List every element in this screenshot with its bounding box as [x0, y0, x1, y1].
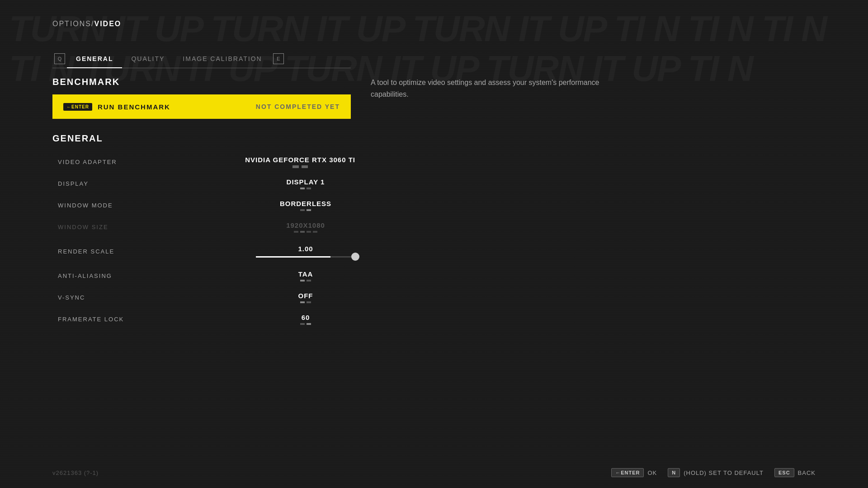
dot-1 [300, 188, 305, 189]
slider-thumb[interactable] [351, 253, 359, 261]
dot-vs-1 [300, 301, 305, 303]
setting-row-window-size: WINDOW SIZE 868x488 [52, 216, 355, 238]
setting-value-window-size: 868x488 [256, 221, 355, 233]
setting-value-vsync: OFF [256, 292, 355, 303]
setting-label-render-scale: RENDER SCALE [52, 248, 114, 255]
esc-key-badge: Esc [774, 468, 794, 477]
breadcrumb-current: VIDEO [94, 20, 121, 28]
dot-ws-1 [294, 231, 298, 233]
arrow-right-icon [302, 165, 308, 168]
window-mode-value: BORDERLESS [256, 200, 355, 207]
back-label: BACK [798, 469, 816, 476]
slider-track[interactable] [256, 256, 355, 258]
anti-aliasing-value: TAA [256, 270, 355, 278]
setting-row-window-mode[interactable]: WINDOW MODE BORDERLESS [52, 194, 355, 216]
setting-row-framerate-lock[interactable]: FRAMERATE LOCK 60 [52, 308, 355, 330]
right-panel: A tool to optimize video settings and as… [371, 77, 633, 100]
dot-fl-2 [307, 323, 311, 325]
bottom-bar: v2621363 (?-1) ←Enter OK N (HOLD) SET TO… [52, 468, 816, 477]
default-label: (HOLD) SET TO DEFAULT [684, 469, 764, 476]
general-section: GENERAL VIDEO ADAPTER NVIDIA GeForce RTX… [52, 133, 355, 330]
dot-ws-2 [300, 231, 305, 233]
dot-fl-1 [300, 323, 305, 325]
description-text: A tool to optimize video settings and as… [371, 77, 633, 100]
setting-label-framerate-lock: FRAMERATE LOCK [52, 316, 124, 323]
benchmark-section-header: BENCHMARK [52, 77, 355, 87]
setting-value-video-adapter: NVIDIA GeForce RTX 3060 Ti [245, 156, 355, 168]
breadcrumb-parent: OPTIONS [52, 20, 91, 28]
run-benchmark-button[interactable]: ←Enter RUN BENCHMARK NOT COMPLETED YET [52, 94, 351, 119]
dot-wm-1 [300, 209, 305, 211]
benchmark-status: NOT COMPLETED YET [256, 103, 340, 110]
tab-general[interactable]: GENERAL [67, 50, 122, 68]
ok-label: OK [647, 469, 657, 476]
window-size-value: 868x488 [256, 221, 355, 229]
control-ok: ←Enter OK [611, 468, 657, 477]
dot-2 [307, 188, 311, 189]
controls-right: ←Enter OK N (HOLD) SET TO DEFAULT Esc BA… [611, 468, 816, 477]
setting-label-window-size: WINDOW SIZE [52, 224, 108, 230]
setting-row-render-scale[interactable]: RENDER SCALE 1.00 [52, 238, 355, 265]
main-content: BENCHMARK ←Enter RUN BENCHMARK NOT COMPL… [52, 77, 355, 330]
dot-vs-2 [307, 301, 311, 303]
setting-label-anti-aliasing: ANTI-ALIASING [52, 272, 112, 279]
display-value: Display 1 [256, 178, 355, 186]
setting-label-vsync: V-SYNC [52, 294, 85, 301]
dot-wm-2 [307, 209, 311, 211]
dot-aa-2 [307, 280, 311, 282]
setting-value-framerate-lock: 60 [256, 314, 355, 325]
breadcrumb: OPTIONS/VIDEO [52, 20, 121, 28]
version-text: v2621363 (?-1) [52, 469, 99, 476]
setting-label-video-adapter: VIDEO ADAPTER [52, 159, 117, 165]
setting-value-anti-aliasing: TAA [256, 270, 355, 282]
arrow-left-icon [292, 165, 299, 168]
benchmark-button-label: RUN BENCHMARK [98, 103, 170, 111]
framerate-lock-value: 60 [256, 314, 355, 321]
control-back: Esc BACK [774, 468, 816, 477]
n-key-badge: N [668, 468, 680, 477]
setting-row-display[interactable]: DISPLAY Display 1 [52, 173, 355, 194]
setting-label-display: DISPLAY [52, 180, 89, 187]
tabs-bar: Q GENERAL QUALITY IMAGE CALIBRATION E [52, 50, 351, 68]
control-default: N (HOLD) SET TO DEFAULT [668, 468, 764, 477]
dot-ws-3 [307, 231, 311, 233]
tab-quality[interactable]: QUALITY [122, 50, 174, 68]
dot-aa-1 [300, 280, 305, 282]
tab-icon-q[interactable]: Q [54, 53, 65, 64]
setting-row-video-adapter[interactable]: VIDEO ADAPTER NVIDIA GeForce RTX 3060 Ti [52, 151, 355, 173]
tab-image-calibration[interactable]: IMAGE CALIBRATION [174, 50, 271, 68]
dot-ws-4 [313, 231, 317, 233]
render-scale-value: 1.00 [256, 245, 355, 253]
video-adapter-value: NVIDIA GeForce RTX 3060 Ti [245, 156, 355, 164]
setting-label-window-mode: WINDOW MODE [52, 202, 113, 209]
tab-icon-e[interactable]: E [273, 53, 284, 64]
general-section-header: GENERAL [52, 133, 355, 144]
enter-key-badge: ←Enter [611, 468, 644, 477]
enter-key-icon: ←Enter [63, 103, 92, 111]
vsync-value: OFF [256, 292, 355, 300]
setting-row-anti-aliasing[interactable]: ANTI-ALIASING TAA [52, 265, 355, 286]
setting-row-vsync[interactable]: V-SYNC OFF [52, 286, 355, 308]
render-scale-slider[interactable]: 1.00 [256, 245, 355, 258]
slider-fill [256, 256, 330, 258]
setting-value-display: Display 1 [256, 178, 355, 189]
setting-value-window-mode: BORDERLESS [256, 200, 355, 211]
